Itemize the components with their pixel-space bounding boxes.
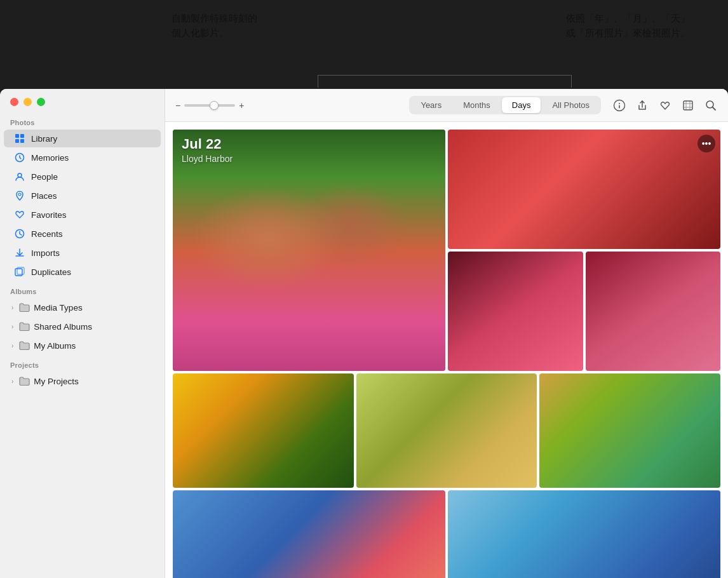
photo-field[interactable]: [356, 373, 537, 488]
svg-point-14: [706, 101, 713, 108]
sidebar-item-library-label: Library: [31, 134, 57, 144]
zoom-button[interactable]: [37, 98, 45, 106]
info-button[interactable]: [612, 98, 626, 112]
photo-top-right[interactable]: •••: [448, 130, 720, 249]
photos-section-label: Photos: [0, 112, 165, 129]
sidebar-group-my-albums[interactable]: › My Albums: [4, 337, 161, 354]
photo-sunflower[interactable]: [173, 373, 354, 488]
zoom-slider[interactable]: [184, 104, 235, 107]
window-controls: [0, 89, 165, 112]
svg-rect-3: [20, 139, 24, 143]
toolbar: − + Years Months Days All Photos: [165, 89, 728, 122]
recents-icon: [14, 228, 25, 239]
sidebar-group-my-projects[interactable]: › My Projects: [4, 372, 161, 390]
sidebar-item-memories[interactable]: Memories: [4, 149, 161, 166]
sidebar-item-favorites-label: Favorites: [31, 210, 67, 220]
photo-location: Lloyd Harbor: [182, 154, 233, 164]
sidebar-item-favorites[interactable]: Favorites: [4, 206, 161, 224]
projects-section-label: Projects: [0, 355, 165, 372]
memories-icon: [14, 152, 25, 163]
sidebar-group-shared-albums[interactable]: › Shared Albums: [4, 318, 161, 335]
sidebar: Photos Library Memories: [0, 89, 165, 578]
favorites-icon: [14, 209, 25, 220]
photo-selfie[interactable]: [173, 490, 445, 578]
zoom-thumb: [210, 101, 219, 110]
chevron-right-icon: ›: [11, 304, 13, 311]
edit-button[interactable]: [681, 98, 695, 112]
sidebar-item-imports[interactable]: Imports: [4, 244, 161, 262]
close-button[interactable]: [10, 98, 18, 106]
sidebar-item-places[interactable]: Places: [4, 187, 161, 205]
sidebar-group-media-types-label: Media Types: [34, 303, 82, 313]
sidebar-item-recents-label: Recents: [31, 229, 63, 239]
folder-my-icon: [18, 340, 30, 351]
sidebar-item-people-label: People: [31, 172, 58, 182]
sidebar-group-shared-albums-label: Shared Albums: [34, 322, 92, 332]
photo-right-bottom-right[interactable]: [586, 252, 721, 371]
tooltip-left: 自動製作特殊時刻的 個人化影片。: [172, 11, 257, 40]
chevron-right-icon-2: ›: [11, 323, 13, 330]
folder-projects-icon: [18, 375, 30, 387]
bracket-indicator: [318, 75, 572, 88]
sidebar-item-people[interactable]: People: [4, 168, 161, 185]
folder-shared-icon: [18, 321, 30, 332]
people-icon: [14, 171, 25, 182]
sidebar-item-duplicates[interactable]: Duplicates: [4, 263, 161, 281]
photo-laughing[interactable]: [448, 490, 720, 578]
zoom-control: − +: [175, 100, 244, 111]
tab-days[interactable]: Days: [502, 97, 541, 113]
sidebar-group-media-types[interactable]: › Media Types: [4, 299, 161, 316]
tab-months[interactable]: Months: [453, 97, 501, 113]
library-icon: [14, 133, 25, 144]
share-button[interactable]: [635, 98, 649, 112]
photo-right-bottom-left[interactable]: [448, 252, 583, 371]
tooltip-right: 依照「年」、「月」、「天」 或「所有照片」來檢視照片。: [566, 11, 690, 40]
sidebar-item-memories-label: Memories: [31, 153, 69, 163]
photo-date: Jul 22: [173, 130, 230, 154]
places-icon: [14, 190, 25, 201]
view-tabs: Years Months Days All Photos: [409, 96, 601, 114]
search-button[interactable]: [704, 98, 718, 112]
photo-grid: Jul 22 Lloyd Harbor •••: [165, 122, 728, 578]
zoom-out-button[interactable]: −: [175, 100, 180, 111]
main-content: − + Years Months Days All Photos: [165, 89, 728, 578]
photo-main[interactable]: Jul 22 Lloyd Harbor: [173, 130, 445, 371]
photo-row-middle: [173, 373, 720, 488]
chevron-right-icon-3: ›: [11, 342, 13, 349]
minimize-button[interactable]: [24, 98, 32, 106]
sidebar-group-my-projects-label: My Projects: [34, 377, 79, 386]
svg-point-11: [619, 103, 620, 104]
svg-rect-2: [15, 139, 19, 143]
imports-icon: [14, 247, 25, 259]
sidebar-item-imports-label: Imports: [31, 248, 60, 258]
tab-years[interactable]: Years: [410, 97, 452, 113]
photo-row-bottom: [173, 490, 720, 578]
duplicates-icon: [14, 266, 25, 278]
svg-rect-0: [15, 134, 19, 138]
photo-outdoor[interactable]: [539, 373, 720, 488]
sidebar-group-my-albums-label: My Albums: [34, 341, 76, 351]
tab-all-photos[interactable]: All Photos: [542, 97, 600, 113]
main-window: Photos Library Memories: [0, 89, 728, 578]
folder-icon: [18, 302, 30, 313]
svg-point-5: [18, 173, 22, 177]
zoom-in-button[interactable]: +: [239, 100, 244, 111]
svg-rect-12: [619, 105, 620, 108]
sidebar-item-library[interactable]: Library: [4, 130, 161, 147]
svg-rect-1: [20, 134, 24, 138]
svg-rect-13: [684, 101, 692, 110]
sidebar-item-recents[interactable]: Recents: [4, 225, 161, 243]
sidebar-item-duplicates-label: Duplicates: [31, 267, 71, 277]
toolbar-actions: [612, 98, 718, 112]
more-options-button[interactable]: •••: [698, 135, 715, 152]
albums-section-label: Albums: [0, 281, 165, 298]
heart-button[interactable]: [658, 98, 672, 112]
chevron-right-icon-4: ›: [11, 378, 13, 385]
sidebar-item-places-label: Places: [31, 191, 57, 201]
svg-point-6: [18, 193, 21, 196]
